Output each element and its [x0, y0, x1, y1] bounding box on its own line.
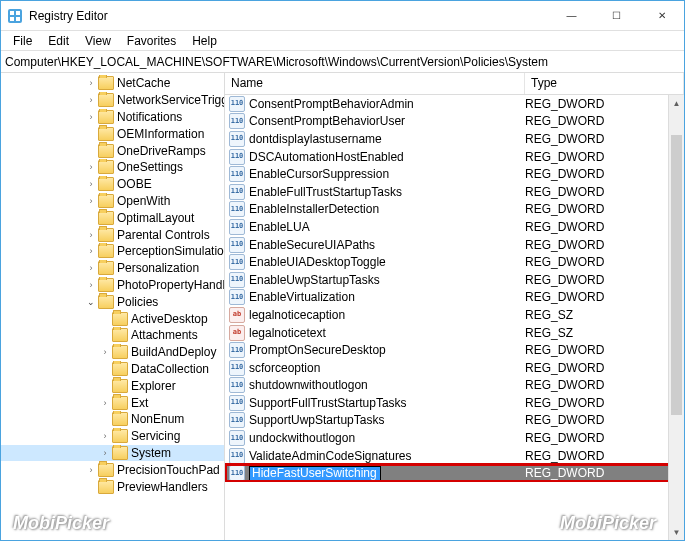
tree-item[interactable]: OEMInformation: [1, 125, 224, 142]
menu-help[interactable]: Help: [184, 32, 225, 50]
folder-icon: [112, 362, 128, 376]
value-name: EnableUIADesktopToggle: [249, 255, 386, 269]
list-row[interactable]: 110SupportFullTrustStartupTasksREG_DWORD: [225, 394, 684, 412]
tree-item[interactable]: ›PerceptionSimulation: [1, 243, 224, 260]
list-row[interactable]: 110ConsentPromptBehaviorUserREG_DWORD: [225, 113, 684, 131]
chevron-right-icon[interactable]: ›: [99, 430, 111, 442]
menu-view[interactable]: View: [77, 32, 119, 50]
tree-item[interactable]: DataCollection: [1, 361, 224, 378]
chevron-right-icon[interactable]: ›: [99, 447, 111, 459]
column-header-name[interactable]: Name: [225, 73, 525, 94]
dword-value-icon: 110: [229, 377, 245, 393]
chevron-right-icon[interactable]: ›: [85, 94, 97, 106]
list-row[interactable]: 110EnableLUAREG_DWORD: [225, 218, 684, 236]
list-row[interactable]: 110DSCAutomationHostEnabledREG_DWORD: [225, 148, 684, 166]
string-value-icon: ab: [229, 307, 245, 323]
rename-input[interactable]: [249, 466, 381, 481]
tree-item[interactable]: ›NetCache: [1, 75, 224, 92]
menu-favorites[interactable]: Favorites: [119, 32, 184, 50]
address-bar[interactable]: Computer\HKEY_LOCAL_MACHINE\SOFTWARE\Mic…: [1, 51, 684, 73]
tree-item[interactable]: ›Ext: [1, 394, 224, 411]
tree-item[interactable]: ›BuildAndDeploy: [1, 344, 224, 361]
list-row[interactable]: ablegalnoticecaptionREG_SZ: [225, 306, 684, 324]
tree-item[interactable]: ›PhotoPropertyHandler: [1, 277, 224, 294]
value-name: scforceoption: [249, 361, 320, 375]
minimize-button[interactable]: —: [549, 1, 594, 31]
list-row[interactable]: 110EnableVirtualizationREG_DWORD: [225, 289, 684, 307]
list-row[interactable]: 110EnableSecureUIAPathsREG_DWORD: [225, 236, 684, 254]
tree-item[interactable]: ›OpenWith: [1, 193, 224, 210]
chevron-down-icon[interactable]: ⌄: [85, 296, 97, 308]
list-row[interactable]: 110ValidateAdminCodeSignaturesREG_DWORD: [225, 447, 684, 465]
chevron-right-icon[interactable]: ›: [85, 245, 97, 257]
chevron-right-icon[interactable]: ›: [99, 397, 111, 409]
tree-pane[interactable]: ›NetCache›NetworkServiceTriggers›Notific…: [1, 73, 225, 540]
tree-item[interactable]: ›Personalization: [1, 260, 224, 277]
list-row[interactable]: 110REG_DWORD: [225, 464, 684, 482]
tree-item[interactable]: PreviewHandlers: [1, 478, 224, 495]
list-row[interactable]: 110EnableUIADesktopToggleREG_DWORD: [225, 253, 684, 271]
tree-item-label: PhotoPropertyHandler: [117, 278, 224, 292]
list-row[interactable]: 110EnableCursorSuppressionREG_DWORD: [225, 165, 684, 183]
tree-item[interactable]: ›PrecisionTouchPad: [1, 461, 224, 478]
list-row[interactable]: 110ConsentPromptBehaviorAdminREG_DWORD: [225, 95, 684, 113]
close-button[interactable]: ✕: [639, 1, 684, 31]
tree-item[interactable]: ›Notifications: [1, 109, 224, 126]
chevron-right-icon[interactable]: ›: [85, 77, 97, 89]
chevron-right-icon[interactable]: ›: [85, 161, 97, 173]
chevron-right-icon[interactable]: ›: [85, 279, 97, 291]
tree-item[interactable]: ›OneSettings: [1, 159, 224, 176]
tree-item[interactable]: Attachments: [1, 327, 224, 344]
list-row[interactable]: 110EnableFullTrustStartupTasksREG_DWORD: [225, 183, 684, 201]
tree-item[interactable]: NonEnum: [1, 411, 224, 428]
value-type: REG_DWORD: [525, 413, 684, 427]
tree-item[interactable]: ›Servicing: [1, 428, 224, 445]
scroll-thumb[interactable]: [671, 135, 682, 415]
tree-item-label: OptimalLayout: [117, 211, 194, 225]
chevron-right-icon[interactable]: ›: [85, 464, 97, 476]
chevron-right-icon[interactable]: ›: [85, 262, 97, 274]
tree-item[interactable]: ActiveDesktop: [1, 310, 224, 327]
tree-item[interactable]: ›NetworkServiceTriggers: [1, 92, 224, 109]
chevron-right-icon[interactable]: ›: [85, 195, 97, 207]
list-row[interactable]: ablegalnoticetextREG_SZ: [225, 324, 684, 342]
value-name-cell: 110ConsentPromptBehaviorUser: [229, 113, 525, 129]
tree-item[interactable]: ›System: [1, 445, 224, 462]
tree-item[interactable]: ›Parental Controls: [1, 226, 224, 243]
tree-item[interactable]: Explorer: [1, 377, 224, 394]
tree-item[interactable]: OptimalLayout: [1, 209, 224, 226]
value-type: REG_DWORD: [525, 361, 684, 375]
value-name: dontdisplaylastusername: [249, 132, 382, 146]
list-row[interactable]: 110EnableInstallerDetectionREG_DWORD: [225, 201, 684, 219]
dword-value-icon: 110: [229, 360, 245, 376]
list-row[interactable]: 110SupportUwpStartupTasksREG_DWORD: [225, 412, 684, 430]
tree-item[interactable]: OneDriveRamps: [1, 142, 224, 159]
expander-none: [99, 413, 111, 425]
chevron-right-icon[interactable]: ›: [99, 346, 111, 358]
menu-edit[interactable]: Edit: [40, 32, 77, 50]
scroll-down-arrow[interactable]: ▼: [669, 524, 684, 540]
value-name: SupportUwpStartupTasks: [249, 413, 384, 427]
tree-item-label: PrecisionTouchPad: [117, 463, 220, 477]
menu-file[interactable]: File: [5, 32, 40, 50]
vertical-scrollbar[interactable]: ▲ ▼: [668, 95, 684, 540]
list-row[interactable]: 110EnableUwpStartupTasksREG_DWORD: [225, 271, 684, 289]
maximize-button[interactable]: ☐: [594, 1, 639, 31]
window-title: Registry Editor: [29, 9, 549, 23]
list-row[interactable]: 110scforceoptionREG_DWORD: [225, 359, 684, 377]
list-row[interactable]: 110dontdisplaylastusernameREG_DWORD: [225, 130, 684, 148]
value-type: REG_DWORD: [525, 150, 684, 164]
column-header-type[interactable]: Type: [525, 73, 684, 94]
list-body[interactable]: 110ConsentPromptBehaviorAdminREG_DWORD11…: [225, 95, 684, 482]
list-row[interactable]: 110undockwithoutlogonREG_DWORD: [225, 429, 684, 447]
value-name-cell: 110SupportFullTrustStartupTasks: [229, 395, 525, 411]
chevron-right-icon[interactable]: ›: [85, 111, 97, 123]
folder-icon: [112, 396, 128, 410]
scroll-up-arrow[interactable]: ▲: [669, 95, 684, 111]
chevron-right-icon[interactable]: ›: [85, 178, 97, 190]
chevron-right-icon[interactable]: ›: [85, 229, 97, 241]
list-row[interactable]: 110PromptOnSecureDesktopREG_DWORD: [225, 341, 684, 359]
tree-item[interactable]: ⌄Policies: [1, 293, 224, 310]
list-row[interactable]: 110shutdownwithoutlogonREG_DWORD: [225, 377, 684, 395]
tree-item[interactable]: ›OOBE: [1, 176, 224, 193]
